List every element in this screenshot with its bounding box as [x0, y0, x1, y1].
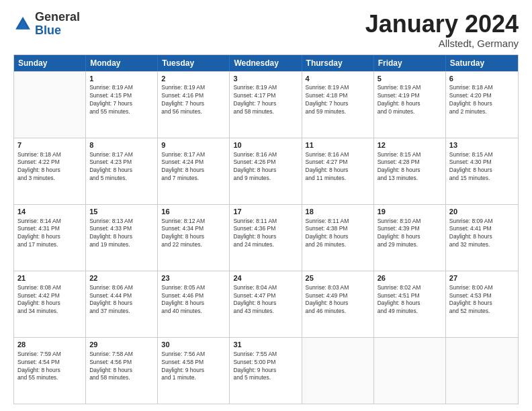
calendar-cell: 6Sunrise: 8:18 AM Sunset: 4:20 PM Daylig… — [446, 72, 518, 138]
day-number: 13 — [449, 140, 515, 150]
calendar-cell: 28Sunrise: 7:59 AM Sunset: 4:54 PM Dayli… — [14, 338, 86, 404]
calendar-cell: 22Sunrise: 8:06 AM Sunset: 4:44 PM Dayli… — [86, 271, 158, 337]
logo-general: General — [35, 10, 80, 24]
calendar-cell: 5Sunrise: 8:19 AM Sunset: 4:19 PM Daylig… — [374, 72, 446, 138]
day-number: 31 — [233, 340, 298, 350]
day-number: 23 — [161, 273, 226, 283]
day-number: 19 — [378, 207, 442, 217]
day-info: Sunrise: 8:14 AM Sunset: 4:31 PM Dayligh… — [17, 218, 82, 250]
calendar-cell: 15Sunrise: 8:13 AM Sunset: 4:33 PM Dayli… — [86, 205, 158, 271]
day-number: 10 — [233, 140, 298, 150]
calendar-week-3: 14Sunrise: 8:14 AM Sunset: 4:31 PM Dayli… — [14, 204, 518, 271]
logo-blue: Blue — [35, 24, 61, 37]
day-info: Sunrise: 8:18 AM Sunset: 4:20 PM Dayligh… — [449, 84, 515, 116]
calendar-header-monday: Monday — [86, 55, 158, 71]
day-number: 12 — [378, 140, 442, 150]
calendar-body: 1Sunrise: 8:19 AM Sunset: 4:15 PM Daylig… — [14, 71, 518, 404]
day-number: 17 — [233, 207, 298, 217]
day-number: 28 — [17, 340, 82, 350]
calendar-week-5: 28Sunrise: 7:59 AM Sunset: 4:54 PM Dayli… — [14, 337, 518, 404]
day-number: 30 — [161, 340, 226, 350]
day-number: 1 — [89, 74, 154, 84]
day-number: 8 — [89, 140, 154, 150]
calendar-cell — [302, 338, 374, 404]
day-number: 24 — [233, 273, 298, 283]
logo: General Blue — [13, 11, 80, 38]
day-number: 4 — [306, 74, 370, 84]
day-number: 29 — [89, 340, 154, 350]
day-number: 26 — [378, 273, 442, 283]
calendar-cell: 31Sunrise: 7:55 AM Sunset: 5:00 PM Dayli… — [230, 338, 302, 404]
day-number: 21 — [17, 273, 82, 283]
calendar-week-2: 7Sunrise: 8:18 AM Sunset: 4:22 PM Daylig… — [14, 138, 518, 204]
day-info: Sunrise: 8:04 AM Sunset: 4:47 PM Dayligh… — [233, 284, 298, 316]
day-number: 15 — [89, 207, 154, 217]
calendar-cell: 8Sunrise: 8:17 AM Sunset: 4:23 PM Daylig… — [86, 138, 158, 204]
calendar-cell: 21Sunrise: 8:08 AM Sunset: 4:42 PM Dayli… — [14, 271, 86, 337]
day-info: Sunrise: 8:03 AM Sunset: 4:49 PM Dayligh… — [306, 284, 370, 316]
day-info: Sunrise: 8:15 AM Sunset: 4:30 PM Dayligh… — [449, 151, 515, 183]
calendar-cell: 12Sunrise: 8:15 AM Sunset: 4:28 PM Dayli… — [374, 138, 446, 204]
title-block: January 2024 Allstedt, Germany — [365, 11, 519, 49]
calendar-cell: 18Sunrise: 8:11 AM Sunset: 4:38 PM Dayli… — [302, 205, 374, 271]
calendar-week-4: 21Sunrise: 8:08 AM Sunset: 4:42 PM Dayli… — [14, 271, 518, 337]
calendar-header-sunday: Sunday — [14, 55, 86, 71]
calendar-cell — [14, 72, 86, 138]
day-number: 22 — [89, 273, 154, 283]
day-info: Sunrise: 8:11 AM Sunset: 4:38 PM Dayligh… — [306, 218, 370, 250]
day-number: 7 — [17, 140, 82, 150]
calendar-header-tuesday: Tuesday — [158, 55, 230, 71]
day-info: Sunrise: 8:12 AM Sunset: 4:34 PM Dayligh… — [161, 218, 226, 250]
day-number: 9 — [161, 140, 226, 150]
calendar-cell: 23Sunrise: 8:05 AM Sunset: 4:46 PM Dayli… — [158, 271, 230, 337]
calendar-cell: 27Sunrise: 8:00 AM Sunset: 4:53 PM Dayli… — [446, 271, 518, 337]
calendar-subtitle: Allstedt, Germany — [365, 38, 519, 49]
calendar-cell: 16Sunrise: 8:12 AM Sunset: 4:34 PM Dayli… — [158, 205, 230, 271]
calendar-cell: 26Sunrise: 8:02 AM Sunset: 4:51 PM Dayli… — [374, 271, 446, 337]
calendar-header-thursday: Thursday — [302, 55, 374, 71]
day-info: Sunrise: 8:15 AM Sunset: 4:28 PM Dayligh… — [378, 151, 442, 183]
day-number: 3 — [233, 74, 298, 84]
calendar-title: January 2024 — [365, 11, 519, 38]
day-number: 25 — [306, 273, 370, 283]
day-number: 5 — [378, 74, 442, 84]
calendar-header-friday: Friday — [374, 55, 446, 71]
calendar-cell — [446, 338, 518, 404]
day-number: 11 — [306, 140, 370, 150]
calendar-cell: 7Sunrise: 8:18 AM Sunset: 4:22 PM Daylig… — [14, 138, 86, 204]
calendar-cell: 10Sunrise: 8:16 AM Sunset: 4:26 PM Dayli… — [230, 138, 302, 204]
day-info: Sunrise: 8:05 AM Sunset: 4:46 PM Dayligh… — [161, 284, 226, 316]
calendar-cell: 1Sunrise: 8:19 AM Sunset: 4:15 PM Daylig… — [86, 72, 158, 138]
day-info: Sunrise: 8:19 AM Sunset: 4:18 PM Dayligh… — [306, 84, 370, 116]
day-info: Sunrise: 7:59 AM Sunset: 4:54 PM Dayligh… — [17, 351, 82, 383]
day-info: Sunrise: 7:56 AM Sunset: 4:58 PM Dayligh… — [161, 351, 226, 383]
day-info: Sunrise: 8:17 AM Sunset: 4:23 PM Dayligh… — [89, 151, 154, 183]
day-info: Sunrise: 8:11 AM Sunset: 4:36 PM Dayligh… — [233, 218, 298, 250]
header: General Blue January 2024 Allstedt, Germ… — [13, 11, 519, 49]
day-info: Sunrise: 7:55 AM Sunset: 5:00 PM Dayligh… — [233, 351, 298, 383]
calendar-cell: 30Sunrise: 7:56 AM Sunset: 4:58 PM Dayli… — [158, 338, 230, 404]
day-number: 14 — [17, 207, 82, 217]
calendar-cell: 24Sunrise: 8:04 AM Sunset: 4:47 PM Dayli… — [230, 271, 302, 337]
day-info: Sunrise: 8:02 AM Sunset: 4:51 PM Dayligh… — [378, 284, 442, 316]
calendar-cell — [374, 338, 446, 404]
calendar-cell: 25Sunrise: 8:03 AM Sunset: 4:49 PM Dayli… — [302, 271, 374, 337]
calendar-cell: 14Sunrise: 8:14 AM Sunset: 4:31 PM Dayli… — [14, 205, 86, 271]
day-number: 6 — [449, 74, 515, 84]
calendar-cell: 20Sunrise: 8:09 AM Sunset: 4:41 PM Dayli… — [446, 205, 518, 271]
day-info: Sunrise: 8:13 AM Sunset: 4:33 PM Dayligh… — [89, 218, 154, 250]
day-info: Sunrise: 8:19 AM Sunset: 4:19 PM Dayligh… — [378, 84, 442, 116]
day-number: 18 — [306, 207, 370, 217]
day-number: 20 — [449, 207, 515, 217]
day-info: Sunrise: 8:00 AM Sunset: 4:53 PM Dayligh… — [449, 284, 515, 316]
day-info: Sunrise: 8:10 AM Sunset: 4:39 PM Dayligh… — [378, 218, 442, 250]
calendar-cell: 29Sunrise: 7:58 AM Sunset: 4:56 PM Dayli… — [86, 338, 158, 404]
page: General Blue January 2024 Allstedt, Germ… — [0, 0, 532, 411]
calendar-cell: 2Sunrise: 8:19 AM Sunset: 4:16 PM Daylig… — [158, 72, 230, 138]
calendar-cell: 4Sunrise: 8:19 AM Sunset: 4:18 PM Daylig… — [302, 72, 374, 138]
logo-icon — [13, 15, 32, 34]
calendar-cell: 9Sunrise: 8:17 AM Sunset: 4:24 PM Daylig… — [158, 138, 230, 204]
day-info: Sunrise: 8:09 AM Sunset: 4:41 PM Dayligh… — [449, 218, 515, 250]
logo-text: General Blue — [35, 11, 80, 38]
calendar-cell: 19Sunrise: 8:10 AM Sunset: 4:39 PM Dayli… — [374, 205, 446, 271]
